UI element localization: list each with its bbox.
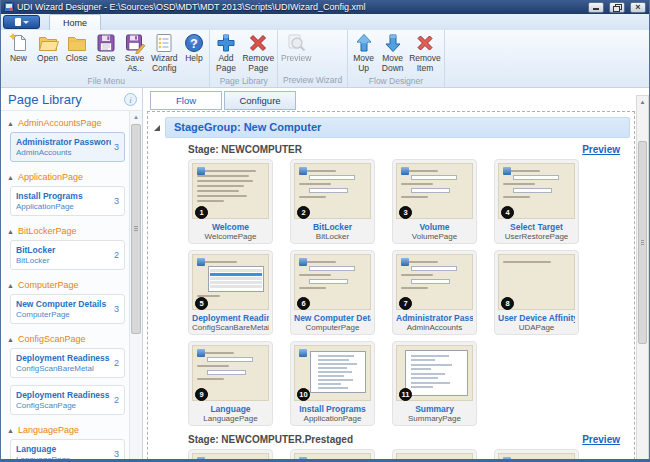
wizard-page-card[interactable]: 10Install ProgramsApplicationPage bbox=[290, 341, 375, 426]
wizard-page-card[interactable]: 8User Device AffinityUDAPage bbox=[494, 250, 579, 335]
thumb-line bbox=[299, 183, 331, 185]
thumb-summary-line bbox=[411, 386, 433, 388]
wizard-page-card[interactable] bbox=[392, 449, 477, 462]
wizard-page-card[interactable]: 4Select TargetUserRestorePage bbox=[494, 159, 579, 244]
page-library-section-header[interactable]: ▲BitLockerPage bbox=[3, 223, 128, 239]
page-thumbnail bbox=[396, 453, 473, 462]
save-button[interactable]: Save bbox=[91, 31, 120, 65]
wizard-page-card[interactable]: 2BitLockerBitLocker bbox=[290, 159, 375, 244]
save-as-button[interactable]: Save As.. bbox=[120, 31, 149, 75]
thumb-line bbox=[299, 196, 326, 198]
wizard-page-card[interactable]: 5Deployment ReadinessConfigScanBareMetal bbox=[188, 250, 273, 335]
thumb-line bbox=[299, 287, 326, 289]
remove-item-button[interactable]: Remove Item bbox=[407, 31, 443, 75]
scrollbar-thumb[interactable] bbox=[638, 141, 647, 344]
page-title-link: BitLocker bbox=[294, 222, 371, 232]
page-library-section-header[interactable]: ▲AdminAccountsPage bbox=[3, 115, 128, 131]
button-label: Move Down bbox=[382, 54, 404, 74]
thumb-list-row bbox=[210, 269, 262, 272]
wizard-page-card[interactable] bbox=[188, 449, 273, 462]
thumb-icon bbox=[299, 457, 307, 462]
sidebar-scrollbar[interactable]: ▲ ▼ bbox=[129, 111, 142, 462]
collapse-arrow-icon: ▲ bbox=[7, 336, 14, 343]
thumb-icon bbox=[197, 258, 205, 266]
open-button[interactable]: Open bbox=[33, 31, 62, 65]
tab-flow[interactable]: Flow bbox=[150, 91, 222, 110]
page-title-link: Volume bbox=[396, 222, 473, 232]
stage-preview-link[interactable]: Preview bbox=[582, 434, 620, 445]
move-down-button[interactable]: Move Down bbox=[378, 31, 407, 75]
thumbnail-wrap: 6 bbox=[294, 254, 371, 310]
scroll-up-icon[interactable]: ▲ bbox=[130, 111, 142, 123]
page-library-section-header[interactable]: ▲LanguagePage bbox=[3, 422, 128, 438]
tab-home[interactable]: Home bbox=[49, 14, 101, 30]
wizard-config-button[interactable]: Wizard Config bbox=[149, 31, 179, 75]
page-library-header: Page Library i bbox=[1, 88, 142, 110]
thumbnail-wrap: 5 bbox=[192, 254, 269, 310]
move-up-button[interactable]: Move Up bbox=[349, 31, 378, 75]
page-library-item[interactable]: Install ProgramsApplicationPage3 bbox=[10, 186, 125, 216]
new-button[interactable]: New bbox=[4, 31, 33, 65]
section-title: ConfigScanPage bbox=[18, 334, 86, 344]
page-library-section-header[interactable]: ▲ComputerPage bbox=[3, 277, 128, 293]
tab-configure[interactable]: Configure bbox=[224, 91, 296, 110]
section-title: ApplicationPage bbox=[18, 172, 83, 182]
page-library-section-header[interactable]: ▲ConfigScanPage bbox=[3, 331, 128, 347]
wizard-page-card[interactable]: 6New Computer DetailsComputerPage bbox=[290, 250, 375, 335]
page-number-badge: 9 bbox=[195, 388, 208, 401]
wizard-page-card[interactable]: 1WelcomeWelcomePage bbox=[188, 159, 273, 244]
remove-page-button[interactable]: Remove Page bbox=[240, 31, 276, 75]
wizard-page-card[interactable] bbox=[290, 449, 375, 462]
ribbon-group-label: File Menu bbox=[4, 75, 208, 88]
page-library-item[interactable]: New Computer DetailsComputerPage3 bbox=[10, 294, 125, 324]
body: Page Library i ▲AdminAccountsPageAdminis… bbox=[1, 88, 649, 462]
stage-preview-link[interactable]: Preview bbox=[582, 144, 620, 155]
scrollbar-grip-icon bbox=[134, 226, 138, 231]
page-library-section-header[interactable]: ▲ApplicationPage bbox=[3, 169, 128, 185]
item-subtitle: LanguagePage bbox=[16, 455, 111, 462]
application-menu-button[interactable] bbox=[3, 15, 40, 29]
wizard-page-card[interactable] bbox=[494, 449, 579, 462]
wizard-page-card[interactable]: 7Administrator Passw...AdminAccounts bbox=[392, 250, 477, 335]
page-library-item[interactable]: BitLockerBitLocker2 bbox=[10, 240, 125, 270]
wizard-page-card[interactable]: 3VolumeVolumePage bbox=[392, 159, 477, 244]
add-page-button[interactable]: Add Page bbox=[211, 31, 240, 75]
close-file-button[interactable]: Close bbox=[62, 31, 91, 65]
button-label: Remove Item bbox=[409, 54, 441, 74]
page-library-item[interactable]: LanguageLanguagePage3 bbox=[10, 439, 125, 462]
page-library-item[interactable]: Deployment ReadinessConfigScanPage2 bbox=[10, 385, 125, 415]
restore-button[interactable] bbox=[609, 2, 625, 13]
page-library-item[interactable]: Administrator PasswordAdminAccounts3 bbox=[10, 132, 125, 162]
collapse-triangle-icon[interactable] bbox=[154, 125, 160, 131]
thumb-tree-line bbox=[318, 355, 354, 357]
wizard-page-card[interactable]: 11SummarySummaryPage bbox=[392, 341, 477, 426]
thumbnail-wrap bbox=[498, 453, 575, 462]
thumbnail-wrap: 1 bbox=[192, 163, 269, 219]
thumbnail-wrap: 10 bbox=[294, 345, 371, 401]
thumb-input bbox=[513, 188, 552, 193]
page-subtitle: LanguagePage bbox=[192, 414, 269, 423]
save-as-icon bbox=[124, 32, 146, 54]
wizard-page-card[interactable]: 9LanguageLanguagePage bbox=[188, 341, 273, 426]
minimize-button[interactable] bbox=[588, 2, 604, 13]
stage-group-title[interactable]: StageGroup: New Computer bbox=[165, 117, 630, 138]
main-scrollbar[interactable]: ▲ ▼ bbox=[636, 95, 649, 462]
collapse-arrow-icon: ▲ bbox=[7, 427, 14, 434]
thumb-summary-line bbox=[411, 355, 449, 357]
flow-designer-panel: Flow Configure StageGroup: New Computer … bbox=[143, 88, 649, 462]
preview-button[interactable]: Preview bbox=[279, 31, 313, 65]
page-library-body: ▲AdminAccountsPageAdministrator Password… bbox=[1, 110, 142, 462]
thumb-icon bbox=[197, 349, 205, 357]
close-button[interactable]: × bbox=[630, 2, 646, 13]
thumb-icon bbox=[401, 167, 409, 175]
page-subtitle: VolumePage bbox=[396, 232, 473, 241]
page-library-item[interactable]: Deployment ReadinessConfigScanBareMetal2 bbox=[10, 348, 125, 378]
info-icon[interactable]: i bbox=[124, 93, 137, 106]
page-subtitle: AdminAccounts bbox=[396, 323, 473, 332]
page-title-link: Administrator Passw... bbox=[396, 313, 473, 323]
scrollbar-thumb[interactable] bbox=[131, 124, 141, 334]
help-button[interactable]: ? Help bbox=[179, 31, 208, 65]
scroll-up-icon[interactable]: ▲ bbox=[637, 96, 648, 108]
section-title: BitLockerPage bbox=[18, 226, 77, 236]
stage-name: Stage: NEWCOMPUTER bbox=[188, 144, 582, 155]
